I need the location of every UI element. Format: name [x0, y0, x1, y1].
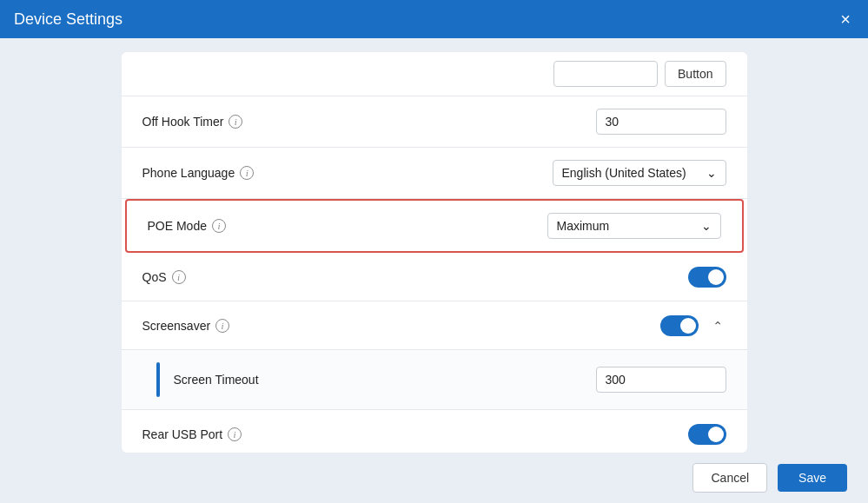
phone-language-row: Phone Language i English (United States)…: [122, 148, 747, 199]
phone-language-select[interactable]: English (United States) ⌄: [553, 160, 726, 186]
top-button[interactable]: Button: [665, 61, 726, 87]
screen-timeout-row: Screen Timeout: [122, 350, 747, 410]
screensaver-row: Screensaver i ✓ ⌄: [122, 301, 747, 350]
footer-bar: Cancel Save: [0, 453, 868, 503]
screensaver-chevron-up-icon[interactable]: ⌄: [709, 315, 726, 336]
off-hook-timer-input[interactable]: [596, 109, 726, 135]
poe-mode-control: Maximum ⌄: [547, 213, 721, 239]
screensaver-toggle[interactable]: ✓: [660, 315, 699, 336]
page-body: Button Off Hook Timer i Phone Language i…: [0, 38, 868, 453]
qos-info-icon[interactable]: i: [172, 270, 186, 284]
screen-timeout-label: Screen Timeout: [174, 373, 596, 387]
screensaver-label: Screensaver i: [142, 319, 660, 333]
screen-timeout-bar-indicator: [156, 362, 160, 397]
top-inputs: Button: [553, 61, 726, 87]
qos-row: QoS i ✓: [122, 253, 747, 301]
rear-usb-port-toggle-check-icon: ✓: [713, 428, 721, 440]
qos-toggle-check-icon: ✓: [713, 271, 721, 282]
title-bar: Device Settings ×: [0, 0, 868, 38]
screensaver-control: ✓ ⌄: [660, 315, 726, 336]
dialog-title: Device Settings: [14, 10, 123, 29]
save-button[interactable]: Save: [778, 464, 847, 492]
top-input[interactable]: [553, 61, 658, 87]
phone-language-label: Phone Language i: [142, 166, 553, 180]
qos-toggle[interactable]: ✓: [688, 267, 726, 288]
close-button[interactable]: ×: [837, 7, 854, 31]
off-hook-timer-info-icon[interactable]: i: [229, 115, 242, 129]
qos-control: ✓: [688, 267, 726, 288]
qos-label: QoS i: [142, 270, 688, 284]
rear-usb-port-row: Rear USB Port i ✓: [122, 410, 747, 453]
screensaver-toggle-check-icon: ✓: [686, 320, 693, 331]
poe-mode-chevron-icon: ⌄: [701, 219, 712, 233]
rear-usb-port-info-icon[interactable]: i: [228, 427, 242, 441]
screen-timeout-input[interactable]: [596, 367, 726, 393]
screensaver-info-icon[interactable]: i: [215, 319, 229, 333]
screen-timeout-control: [596, 367, 726, 393]
off-hook-timer-label: Off Hook Timer i: [142, 115, 596, 129]
top-partial-row: Button: [122, 52, 747, 96]
phone-language-chevron-icon: ⌄: [706, 166, 717, 180]
off-hook-timer-row: Off Hook Timer i: [122, 96, 747, 148]
poe-mode-select[interactable]: Maximum ⌄: [547, 213, 721, 239]
phone-language-info-icon[interactable]: i: [240, 166, 254, 180]
poe-mode-row: POE Mode i Maximum ⌄: [125, 199, 744, 253]
rear-usb-port-control: ✓: [688, 424, 726, 445]
off-hook-timer-control: [596, 109, 726, 135]
phone-language-control: English (United States) ⌄: [553, 160, 726, 186]
rear-usb-port-label: Rear USB Port i: [142, 427, 688, 441]
poe-mode-label: POE Mode i: [148, 219, 547, 233]
settings-panel: Button Off Hook Timer i Phone Language i…: [122, 52, 747, 453]
cancel-button[interactable]: Cancel: [692, 463, 767, 493]
rear-usb-port-toggle[interactable]: ✓: [688, 424, 726, 445]
poe-mode-info-icon[interactable]: i: [212, 219, 226, 233]
